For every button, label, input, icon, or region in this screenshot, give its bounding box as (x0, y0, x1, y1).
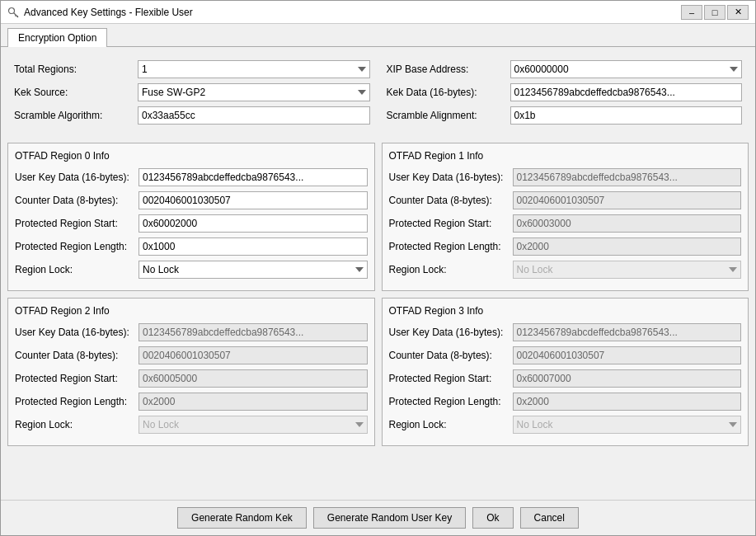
region-1-counter-label: Counter Data (8-bytes): (389, 195, 513, 206)
region-2-userkey-row: User Key Data (16-bytes): (15, 323, 368, 341)
scramble-algorithm-label: Scramble Algorithm: (14, 110, 138, 121)
scramble-alignment-input[interactable] (510, 106, 743, 125)
generate-random-user-key-button[interactable]: Generate Random User Key (313, 507, 466, 529)
region-3-title: OTFAD Region 3 Info (389, 305, 742, 317)
region-1-length-row: Protected Region Length: (389, 237, 742, 256)
kek-source-select[interactable]: Fuse SW-GP2 OTP (138, 83, 370, 101)
region-3-counter-label: Counter Data (8-bytes): (389, 350, 513, 361)
region-0-userkey-row: User Key Data (16-bytes): (15, 168, 368, 186)
region-2-start-input[interactable] (139, 369, 368, 388)
region-0-counter-label: Counter Data (8-bytes): (15, 195, 139, 206)
kek-data-label: Kek Data (16-bytes): (387, 87, 510, 98)
content-area: Total Regions: 1 2 3 4 Kek Source: Fuse … (1, 47, 755, 500)
region-1-length-label: Protected Region Length: (389, 241, 513, 252)
region-2-start-label: Protected Region Start: (15, 373, 139, 384)
region-0-length-input[interactable] (139, 237, 368, 256)
region-3-start-row: Protected Region Start: (389, 369, 742, 388)
region-3-counter-input[interactable] (513, 346, 742, 364)
total-regions-row: Total Regions: 1 2 3 4 (14, 60, 370, 78)
region-3-lock-label: Region Lock: (389, 419, 513, 430)
top-section: Total Regions: 1 2 3 4 Kek Source: Fuse … (7, 54, 749, 136)
region-3-userkey-row: User Key Data (16-bytes): (389, 323, 742, 341)
scramble-alignment-row: Scramble Alignment: (387, 106, 743, 125)
region-1-counter-row: Counter Data (8-bytes): (389, 191, 742, 209)
kek-data-row: Kek Data (16-bytes): (387, 83, 743, 101)
region-3-lock-row: Region Lock: No Lock Lock (389, 416, 742, 434)
region-1-start-row: Protected Region Start: (389, 214, 742, 233)
xip-base-select[interactable]: 0x60000000 (510, 60, 743, 78)
total-regions-label: Total Regions: (14, 63, 138, 75)
region-2-section: OTFAD Region 2 Info User Key Data (16-by… (7, 298, 375, 446)
region-3-userkey-input[interactable] (513, 323, 742, 341)
region-1-lock-row: Region Lock: No Lock Lock (389, 261, 742, 279)
title-bar-controls: – □ ✕ (681, 5, 749, 20)
window-title: Advanced Key Settings - Flexible User (24, 7, 193, 18)
region-0-counter-input[interactable] (139, 191, 368, 209)
minimize-button[interactable]: – (681, 5, 702, 20)
region-1-length-input[interactable] (513, 237, 742, 256)
region-2-lock-row: Region Lock: No Lock Lock (15, 416, 368, 434)
region-2-lock-select[interactable]: No Lock Lock (139, 416, 368, 434)
region-0-start-label: Protected Region Start: (15, 218, 139, 229)
region-1-userkey-row: User Key Data (16-bytes): (389, 168, 742, 186)
tab-encryption-option[interactable]: Encryption Option (7, 28, 107, 47)
region-3-section: OTFAD Region 3 Info User Key Data (16-by… (382, 298, 749, 446)
region-0-length-label: Protected Region Length: (15, 241, 139, 252)
region-3-start-label: Protected Region Start: (389, 373, 513, 384)
kek-data-input[interactable] (510, 83, 743, 101)
region-2-length-input[interactable] (139, 393, 368, 411)
region-2-counter-row: Counter Data (8-bytes): (15, 346, 368, 364)
region-1-title: OTFAD Region 1 Info (389, 150, 742, 162)
region-2-lock-label: Region Lock: (15, 419, 139, 430)
main-window: Advanced Key Settings - Flexible User – … (0, 0, 756, 536)
region-0-userkey-label: User Key Data (16-bytes): (15, 172, 139, 183)
svg-point-0 (9, 7, 15, 13)
total-regions-select[interactable]: 1 2 3 4 (138, 60, 370, 78)
title-bar-left: Advanced Key Settings - Flexible User (7, 7, 193, 18)
xip-base-row: XIP Base Address: 0x60000000 (387, 60, 743, 78)
xip-base-label: XIP Base Address: (387, 63, 510, 75)
region-0-lock-label: Region Lock: (15, 264, 139, 275)
ok-button[interactable]: Ok (472, 507, 513, 529)
scramble-algorithm-input[interactable] (138, 106, 370, 125)
scramble-algorithm-row: Scramble Algorithm: (14, 106, 370, 125)
scramble-alignment-label: Scramble Alignment: (387, 110, 510, 121)
region-1-start-input[interactable] (513, 214, 742, 233)
top-left: Total Regions: 1 2 3 4 Kek Source: Fuse … (14, 60, 370, 129)
region-2-counter-label: Counter Data (8-bytes): (15, 350, 139, 361)
regions-grid: OTFAD Region 0 Info User Key Data (16-by… (7, 143, 749, 446)
region-1-userkey-input[interactable] (513, 168, 742, 186)
region-0-section: OTFAD Region 0 Info User Key Data (16-by… (7, 143, 375, 291)
title-bar: Advanced Key Settings - Flexible User – … (1, 1, 755, 24)
region-2-start-row: Protected Region Start: (15, 369, 368, 388)
close-button[interactable]: ✕ (727, 5, 749, 20)
region-2-title: OTFAD Region 2 Info (15, 305, 368, 317)
generate-random-kek-button[interactable]: Generate Random Kek (177, 507, 307, 529)
bottom-bar: Generate Random Kek Generate Random User… (1, 500, 755, 535)
region-0-length-row: Protected Region Length: (15, 237, 368, 256)
region-0-lock-select[interactable]: No Lock Lock (139, 261, 368, 279)
region-2-counter-input[interactable] (139, 346, 368, 364)
region-0-lock-row: Region Lock: No Lock Lock (15, 261, 368, 279)
region-3-length-input[interactable] (513, 393, 742, 411)
region-0-counter-row: Counter Data (8-bytes): (15, 191, 368, 209)
key-icon (7, 7, 19, 18)
region-1-lock-select[interactable]: No Lock Lock (513, 261, 742, 279)
region-2-length-label: Protected Region Length: (15, 396, 139, 407)
region-2-userkey-input[interactable] (139, 323, 368, 341)
region-0-start-input[interactable] (139, 214, 368, 233)
cancel-button[interactable]: Cancel (520, 507, 579, 529)
region-1-counter-input[interactable] (513, 191, 742, 209)
maximize-button[interactable]: □ (704, 5, 725, 20)
region-1-lock-label: Region Lock: (389, 264, 513, 275)
region-0-start-row: Protected Region Start: (15, 214, 368, 233)
kek-source-label: Kek Source: (14, 87, 138, 98)
region-0-title: OTFAD Region 0 Info (15, 150, 368, 162)
region-3-start-input[interactable] (513, 369, 742, 388)
region-1-userkey-label: User Key Data (16-bytes): (389, 172, 513, 183)
region-1-section: OTFAD Region 1 Info User Key Data (16-by… (382, 143, 749, 291)
region-3-length-row: Protected Region Length: (389, 393, 742, 411)
region-0-userkey-input[interactable] (139, 168, 368, 186)
region-2-length-row: Protected Region Length: (15, 393, 368, 411)
region-3-lock-select[interactable]: No Lock Lock (513, 416, 742, 434)
